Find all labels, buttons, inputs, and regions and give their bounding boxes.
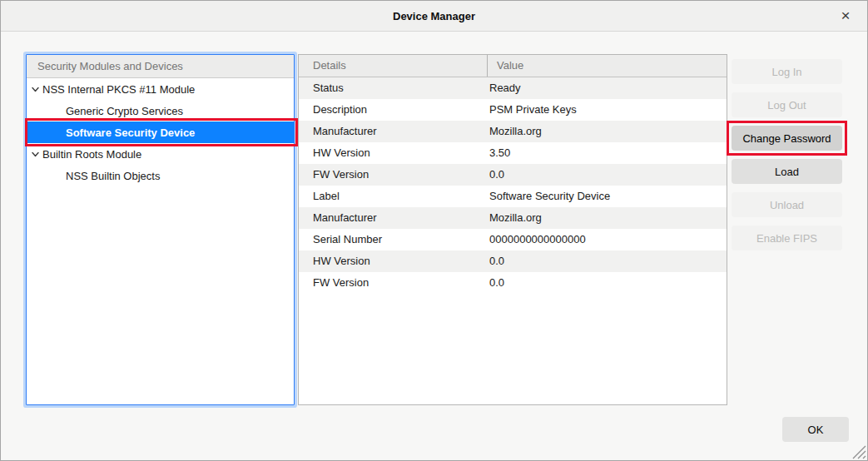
detail-row-serial-number: Serial Number 0000000000000000 (299, 229, 727, 250)
details-table-header: Details Value (299, 55, 727, 77)
tree-item-software-security-device[interactable]: Software Security Device (27, 121, 294, 143)
window-title: Device Manager (1, 1, 867, 32)
detail-row-hw-version-2: HW Version 0.0 (299, 250, 727, 272)
detail-label: FW Version (299, 164, 487, 186)
detail-label: Manufacturer (299, 207, 487, 229)
detail-label: Label (299, 186, 487, 207)
value-column-header: Value (487, 55, 727, 77)
detail-value: 0.0 (487, 164, 727, 186)
detail-value: Ready (487, 77, 727, 99)
change-password-button[interactable]: Change Password (732, 126, 842, 151)
detail-value: 0.0 (487, 272, 727, 294)
tree-item-nss-internal-pkcs11-module[interactable]: NSS Internal PKCS #11 Module (27, 78, 294, 100)
detail-value: 0.0 (487, 250, 727, 272)
detail-row-description: Description PSM Private Keys (299, 99, 727, 121)
tree-item-label: NSS Internal PKCS #11 Module (42, 83, 195, 96)
tree-item-label: Generic Crypto Services (66, 105, 183, 117)
detail-row-hw-version: HW Version 3.50 (299, 142, 727, 164)
tree-item-label: Builtin Roots Module (42, 148, 141, 161)
detail-row-manufacturer: Manufacturer Mozilla.org (299, 121, 727, 142)
detail-value: Mozilla.org (487, 121, 727, 142)
log-in-button[interactable]: Log In (732, 59, 842, 84)
detail-value: PSM Private Keys (487, 99, 727, 121)
detail-label: HW Version (299, 142, 487, 164)
tree-item-label: Software Security Device (66, 126, 195, 139)
detail-label: HW Version (299, 250, 487, 272)
tree-item-builtin-roots-module[interactable]: Builtin Roots Module (27, 143, 294, 165)
detail-row-status: Status Ready (299, 77, 727, 99)
unload-button[interactable]: Unload (732, 192, 842, 217)
resize-grip[interactable] (850, 443, 866, 459)
detail-label: FW Version (299, 272, 487, 294)
detail-value: 3.50 (487, 142, 727, 164)
title-bar: Device Manager × (1, 1, 867, 32)
tree-item-generic-crypto-services[interactable]: Generic Crypto Services (27, 100, 294, 121)
enable-fips-button[interactable]: Enable FIPS (732, 226, 842, 250)
detail-row-label: Label Software Security Device (299, 186, 727, 207)
detail-row-manufacturer-2: Manufacturer Mozilla.org (299, 207, 727, 229)
detail-row-fw-version: FW Version 0.0 (299, 164, 727, 186)
security-modules-tree-panel: Security Modules and Devices NSS Interna… (26, 54, 295, 405)
tree-panel-header: Security Modules and Devices (27, 55, 294, 78)
log-out-button[interactable]: Log Out (732, 92, 842, 117)
tree-item-nss-builtin-objects[interactable]: NSS Builtin Objects (27, 165, 294, 186)
detail-value: 0000000000000000 (487, 229, 727, 250)
ok-button[interactable]: OK (782, 417, 849, 442)
detail-row-fw-version-2: FW Version 0.0 (299, 272, 727, 294)
detail-label: Description (299, 99, 487, 121)
detail-value: Software Security Device (487, 186, 727, 207)
detail-label: Manufacturer (299, 121, 487, 142)
details-column-header: Details (299, 55, 487, 77)
detail-label: Status (299, 77, 487, 99)
tree-item-label: NSS Builtin Objects (66, 170, 160, 182)
details-panel: Details Value Status Ready Description P… (298, 54, 727, 405)
detail-value: Mozilla.org (487, 207, 727, 229)
load-button[interactable]: Load (732, 159, 842, 184)
chevron-down-icon[interactable] (31, 150, 40, 159)
close-icon[interactable]: × (836, 7, 855, 25)
detail-label: Serial Number (299, 229, 487, 250)
chevron-down-icon[interactable] (31, 85, 40, 94)
device-manager-dialog: Device Manager × Security Modules and De… (0, 0, 868, 461)
